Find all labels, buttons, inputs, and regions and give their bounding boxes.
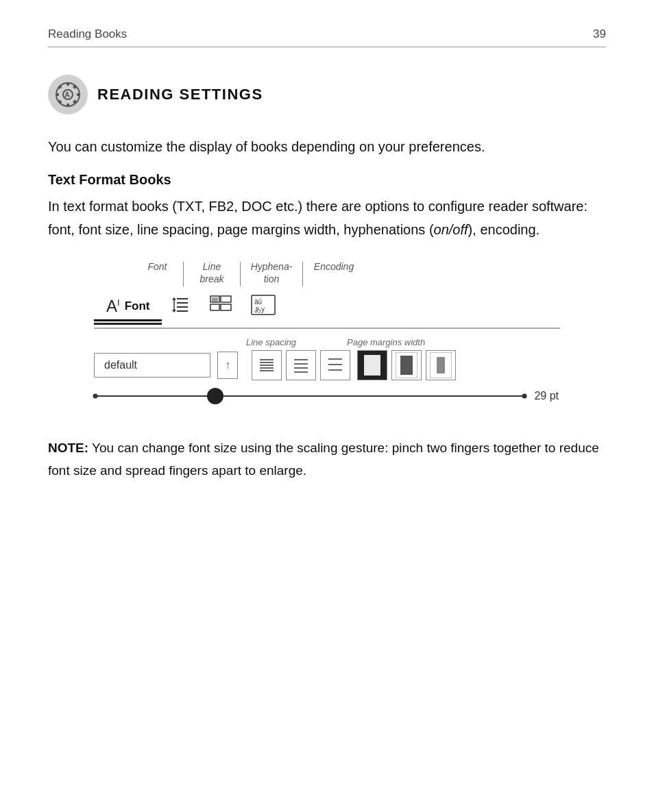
- slider-max-dot: [522, 394, 527, 399]
- section-icon: A: [48, 75, 88, 114]
- svg-text:A: A: [64, 90, 70, 99]
- tab-label-encoding: Encoding: [303, 260, 365, 273]
- font-select[interactable]: default: [94, 353, 210, 378]
- page-number: 39: [593, 27, 606, 41]
- tab-line-spacing[interactable]: [162, 291, 200, 323]
- svg-rect-18: [210, 304, 219, 310]
- up-arrow-icon: ↑: [225, 359, 230, 371]
- page-layout-icon: [210, 295, 232, 317]
- section-heading: A READING SETTINGS: [48, 75, 606, 114]
- toolbar-strip: AI Font: [94, 291, 560, 329]
- svg-rect-19: [221, 304, 231, 310]
- note-section: NOTE: You can change font size using the…: [48, 436, 606, 482]
- tab-label-line: Linebreak: [184, 260, 240, 285]
- line-spacing-label: Line spacing: [246, 337, 347, 347]
- note-text: NOTE: You can change font size using the…: [48, 436, 606, 482]
- svg-rect-4: [77, 93, 80, 96]
- spacing-compact[interactable]: [252, 350, 282, 380]
- page: Reading Books 39 A: [0, 0, 654, 812]
- font-size-slider[interactable]: [95, 395, 524, 397]
- slider-thumb[interactable]: [207, 388, 223, 404]
- margin-medium[interactable]: [391, 350, 422, 380]
- margin-wide[interactable]: [426, 350, 456, 380]
- line-spacing-icon: [171, 295, 191, 317]
- svg-rect-39: [364, 355, 380, 376]
- tab-encoding[interactable]: àü あy: [241, 291, 285, 323]
- font-controls-row: default ↑: [94, 350, 560, 380]
- svg-rect-8: [73, 85, 77, 89]
- tab-font[interactable]: AI Font: [94, 293, 162, 321]
- svg-rect-3: [56, 93, 59, 96]
- svg-rect-41: [400, 356, 413, 375]
- intro-text: You can customize the display of books d…: [48, 135, 606, 158]
- main-paragraph: In text format books (TXT, FB2, DOC etc.…: [48, 195, 606, 241]
- slider-min-dot: [93, 394, 98, 399]
- spacing-wide[interactable]: [320, 350, 350, 380]
- svg-text:àü: àü: [254, 298, 262, 306]
- page-header-title: Reading Books: [48, 27, 127, 41]
- section-heading-text: READING SETTINGS: [97, 86, 263, 103]
- tab-label-font: Font: [132, 260, 183, 273]
- font-select-value: default: [104, 359, 137, 371]
- note-body: You can change font size using the scali…: [48, 441, 599, 478]
- svg-rect-1: [66, 82, 69, 86]
- page-margin-icons: [357, 350, 456, 380]
- font-size-slider-row: 29 pt: [94, 390, 560, 402]
- page-header: Reading Books 39: [48, 27, 606, 47]
- svg-text:あy: あy: [254, 306, 265, 313]
- svg-rect-2: [66, 103, 69, 107]
- svg-rect-43: [437, 357, 445, 373]
- margin-narrow[interactable]: [357, 350, 387, 380]
- font-tab-icon: AI: [106, 297, 120, 316]
- subheading-text: Text Format Books: [48, 172, 606, 188]
- line-spacing-icons: [252, 350, 350, 380]
- svg-rect-17: [221, 296, 231, 302]
- font-size-up-button[interactable]: ↑: [217, 352, 238, 379]
- gear-a-icon: A: [55, 82, 81, 108]
- font-tab-label: Font: [125, 299, 150, 313]
- tab-page-layout[interactable]: [200, 291, 241, 323]
- note-bold-label: NOTE:: [48, 441, 88, 455]
- spacing-normal[interactable]: [286, 350, 316, 380]
- tab-diagram: Font Linebreak Hyphena-tion Encoding AI …: [94, 260, 560, 402]
- page-margins-label: Page margins width: [347, 337, 453, 347]
- encoding-icon: àü あy: [251, 295, 276, 318]
- tab-label-hyphenation: Hyphena-tion: [241, 260, 302, 285]
- font-size-value: 29 pt: [531, 390, 559, 402]
